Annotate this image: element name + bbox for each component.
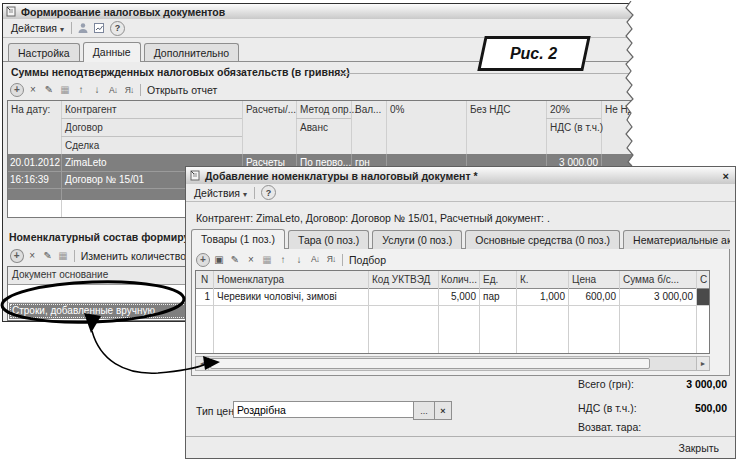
dialog-tabstrip: Товары (1 поз.) Тара (0 поз.) Услуги (0 … <box>191 227 730 249</box>
col-header-date: На дату: <box>11 104 50 115</box>
tab-data[interactable]: Данные <box>83 42 141 62</box>
col-header-deal: Сделка <box>65 140 99 151</box>
cell-unit[interactable]: пар <box>483 291 500 302</box>
sort-desc-icon[interactable]: Я↓ <box>324 253 338 267</box>
add-icon[interactable]: + <box>10 249 24 263</box>
col-header-currency: Вал... <box>355 104 381 115</box>
cell-contractor: ZimaLeto <box>65 157 107 168</box>
cell-n[interactable]: 1 <box>196 291 210 302</box>
section-title: Суммы неподтвержденных налоговых обязате… <box>11 66 350 78</box>
col-header-vat-incl: НДС (в т.ч.) <box>550 122 603 133</box>
divider <box>74 250 75 262</box>
delete-icon[interactable]: × <box>26 249 39 263</box>
col-header-advance: Аванс <box>300 122 328 133</box>
goods-tab-panel: + ▣ ✎ × ▦ ↑ ↓ А↓ Я↓ Подбор <box>191 248 730 376</box>
h-scrollbar[interactable]: ◄ ► <box>195 356 710 371</box>
cell-time: 16:16:39 <box>10 174 49 185</box>
vat-value: 500,00 <box>641 402 727 414</box>
chevron-down-icon: ▾ <box>60 25 64 34</box>
close-dialog-button[interactable]: Закрыть <box>671 440 727 456</box>
move-up-icon[interactable]: ↑ <box>74 83 88 97</box>
divider <box>140 84 141 96</box>
dialog-title: Добавление номенклатуры в налоговый доку… <box>205 170 478 182</box>
dialog-help-button[interactable]: ? <box>261 185 276 200</box>
tab-settings[interactable]: Настройка <box>8 43 80 62</box>
doc-base-header: Документ основание <box>12 269 108 280</box>
context-info-line: Контрагент: ZimaLeto, Договор: Договор №… <box>196 212 550 224</box>
delete-icon[interactable]: × <box>26 83 40 97</box>
tab-fixed-assets[interactable]: Основные средства (0 поз.) <box>465 230 620 249</box>
row-divider <box>196 305 709 306</box>
lower-section-title: Номенклатурный состав формируе <box>9 231 186 243</box>
dialog-window: Добавление номенклатуры в налоговый доку… <box>185 166 736 459</box>
dialog-titlebar: Добавление номенклатуры в налоговый доку… <box>186 167 735 185</box>
cell-sum[interactable]: 3 000,00 <box>621 291 693 302</box>
move-down-icon[interactable]: ↓ <box>90 83 104 97</box>
col-header-sum: Сумма б/с... <box>623 274 679 285</box>
price-type-clear-button[interactable]: × <box>434 401 452 420</box>
grid-icon[interactable]: ▦ <box>260 253 274 267</box>
col-header-k: К. <box>520 274 529 285</box>
price-type-label: Тип цен: <box>196 405 237 417</box>
move-down-icon[interactable]: ↓ <box>292 253 306 267</box>
add-icon[interactable]: + <box>10 83 24 97</box>
figure-label: Рис. 2 <box>510 45 557 63</box>
dialog-menubar: Действия ▾ ? <box>186 184 735 202</box>
cell-k[interactable]: 1,000 <box>518 291 565 302</box>
price-type-input[interactable] <box>233 401 415 418</box>
scroll-thumb[interactable] <box>210 358 650 369</box>
tab-tare[interactable]: Тара (0 поз.) <box>288 230 369 249</box>
col-header-nomenclature: Номенклатура <box>217 274 284 285</box>
dialog-actions-menu[interactable]: Действия ▾ <box>190 186 251 200</box>
total-label: Всего (грн): <box>578 378 634 390</box>
open-report-button[interactable]: Открыть отчет <box>147 84 217 96</box>
col-header-contractor: Контрагент <box>65 104 117 115</box>
divider <box>254 187 255 199</box>
total-value: 3 000,00 <box>641 378 727 390</box>
add-icon[interactable]: + <box>196 253 210 267</box>
sort-asc-icon[interactable]: А↓ <box>106 83 120 97</box>
sort-asc-icon[interactable]: А↓ <box>308 253 322 267</box>
price-type-ellipsis-button[interactable]: ... <box>413 401 435 420</box>
cell-date: 20.01.2012 <box>10 157 60 168</box>
delete-icon[interactable]: × <box>244 253 258 267</box>
actions-menu[interactable]: Действия ▾ <box>7 21 68 35</box>
chevron-down-icon: ▾ <box>243 190 247 199</box>
add-copy-icon[interactable]: ▣ <box>212 253 226 267</box>
edit-icon[interactable]: ✎ <box>41 249 54 263</box>
current-cell-cursor <box>697 289 709 305</box>
divider <box>71 22 72 34</box>
tab-goods[interactable]: Товары (1 поз.) <box>191 229 285 249</box>
col-header-price: Цена <box>572 274 596 285</box>
scroll-left-button[interactable]: ◄ <box>196 357 209 370</box>
col-header-contract: Договор <box>65 122 103 133</box>
grid-icon[interactable]: ▦ <box>56 249 69 263</box>
goods-table: N Номенклатура Код УКТВЭД Колич... Ед. К… <box>195 270 710 354</box>
section-caption-line <box>339 73 633 74</box>
tab-intangible-assets[interactable]: Нематериальные активы (... <box>623 230 730 249</box>
main-tabstrip: Настройка Данные Дополнительно <box>8 42 242 62</box>
col-header-code: Код УКТВЭД <box>372 274 430 285</box>
tab-services[interactable]: Услуги (0 поз.) <box>372 230 462 249</box>
lower-toolbar: + × ✎ ▦ Изменить количество <box>9 247 186 264</box>
change-quantity-button[interactable]: Изменить количество <box>81 250 186 262</box>
pick-button[interactable]: Подбор <box>349 254 386 266</box>
tab-additional[interactable]: Дополнительно <box>144 43 240 62</box>
figure-label-box: Рис. 2 <box>477 36 590 71</box>
report-icon[interactable] <box>92 21 106 35</box>
col-header-method: Метод опр... <box>300 104 357 115</box>
scroll-right-button[interactable]: ► <box>696 357 709 370</box>
help-button[interactable]: ? <box>110 21 125 36</box>
edit-icon[interactable]: ✎ <box>228 253 242 267</box>
vat-label: НДС (в т.ч.): <box>578 402 637 414</box>
cell-price[interactable]: 600,00 <box>570 291 616 302</box>
move-up-icon[interactable]: ↑ <box>276 253 290 267</box>
cell-qty[interactable]: 5,000 <box>440 291 476 302</box>
col-header-0: 0% <box>390 104 404 115</box>
cell-nomenclature[interactable]: Черевики чоловічі, зимові <box>217 291 337 302</box>
sort-desc-icon[interactable]: Я↓ <box>122 83 136 97</box>
edit-icon[interactable]: ✎ <box>42 83 56 97</box>
close-icon[interactable]: × <box>723 170 729 182</box>
grid-icon[interactable]: ▦ <box>58 83 72 97</box>
person-icon[interactable] <box>76 21 90 35</box>
